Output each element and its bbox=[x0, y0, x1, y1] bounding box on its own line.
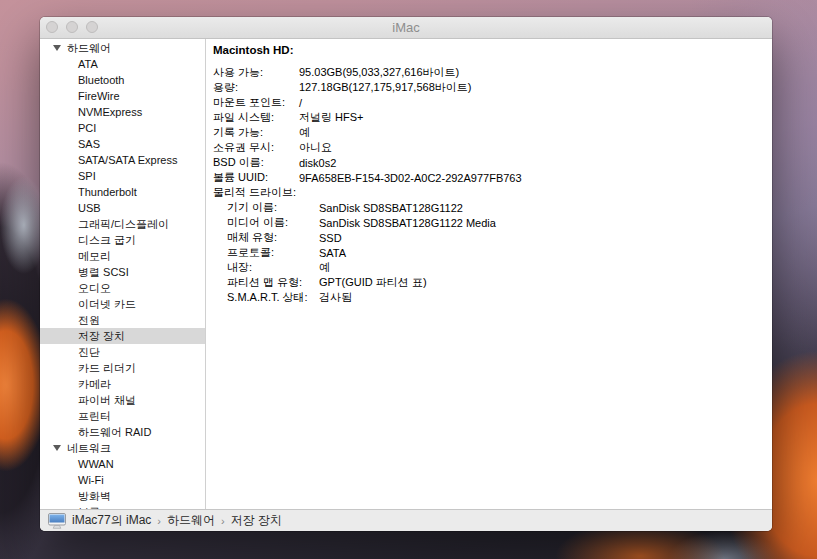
traffic-light-buttons bbox=[46, 21, 98, 33]
sidebar-item-병렬 SCSI[interactable]: 병렬 SCSI bbox=[40, 264, 205, 280]
volume-title: Macintosh HD: bbox=[213, 44, 772, 58]
detail-label: 마운트 포인트: bbox=[213, 95, 299, 110]
detail-row: 물리적 드라이브: bbox=[213, 185, 772, 200]
detail-value: disk0s2 bbox=[299, 157, 336, 169]
sidebar-item-WWAN[interactable]: WWAN bbox=[40, 456, 205, 472]
sidebar-item-label: 진단 bbox=[78, 345, 100, 360]
sidebar-item-카드 리더기[interactable]: 카드 리더기 bbox=[40, 360, 205, 376]
close-button[interactable] bbox=[46, 21, 58, 33]
sidebar-item-label: 파이버 채널 bbox=[78, 393, 136, 408]
detail-rows: 사용 가능: 95.03GB(95,033,327,616바이트) 용량: 12… bbox=[213, 65, 772, 305]
sidebar-item-label: 방화벽 bbox=[78, 489, 111, 504]
detail-value: 9FA658EB-F154-3D02-A0C2-292A977FB763 bbox=[299, 172, 522, 184]
detail-row: 파티션 맵 유형: GPT(GUID 파티션 표) bbox=[227, 275, 772, 290]
minimize-button[interactable] bbox=[66, 21, 78, 33]
status-bar: iMac77의 iMac›하드웨어›저장 장치 bbox=[40, 509, 772, 531]
detail-label: 기록 가능: bbox=[213, 125, 299, 140]
window-title: iMac bbox=[392, 20, 419, 35]
sidebar-item-label: 디스크 굽기 bbox=[78, 233, 136, 248]
sidebar[interactable]: 하드웨어 ATA Bluetooth FireWire NVMExpress P… bbox=[40, 39, 206, 509]
sidebar-item-Wi-Fi[interactable]: Wi-Fi bbox=[40, 472, 205, 488]
sidebar-item-ATA[interactable]: ATA bbox=[40, 56, 205, 72]
sidebar-item-PCI[interactable]: PCI bbox=[40, 120, 205, 136]
window-titlebar[interactable]: iMac bbox=[40, 17, 772, 39]
breadcrumb-item: 하드웨어 bbox=[167, 512, 215, 529]
detail-value: SanDisk SD8SBAT128G1122 Media bbox=[319, 217, 496, 229]
detail-value: 아니요 bbox=[299, 140, 332, 155]
detail-label: 기기 이름: bbox=[227, 200, 319, 215]
breadcrumb: iMac77의 iMac›하드웨어›저장 장치 bbox=[72, 512, 282, 529]
detail-value: 저널링 HFS+ bbox=[299, 110, 363, 125]
sidebar-item-label: Bluetooth bbox=[78, 74, 124, 86]
sidebar-item-전원[interactable]: 전원 bbox=[40, 312, 205, 328]
sidebar-group-네트워크[interactable]: 네트워크 bbox=[40, 440, 205, 456]
sidebar-item-label: Wi-Fi bbox=[78, 474, 104, 486]
sidebar-item-label: 오디오 bbox=[78, 281, 111, 296]
detail-label: 매체 유형: bbox=[227, 230, 319, 245]
detail-label: 내장: bbox=[227, 260, 319, 275]
sidebar-item-label: 카메라 bbox=[78, 377, 111, 392]
detail-label: 미디어 이름: bbox=[227, 215, 319, 230]
detail-value: GPT(GUID 파티션 표) bbox=[319, 275, 427, 290]
sidebar-item-이더넷 카드[interactable]: 이더넷 카드 bbox=[40, 296, 205, 312]
sidebar-item-label: PCI bbox=[78, 122, 96, 134]
sidebar-item-SAS[interactable]: SAS bbox=[40, 136, 205, 152]
window-body: 하드웨어 ATA Bluetooth FireWire NVMExpress P… bbox=[40, 39, 772, 509]
imac-icon bbox=[48, 513, 66, 529]
sidebar-item-label: 메모리 bbox=[78, 249, 111, 264]
sidebar-item-label: 전원 bbox=[78, 313, 100, 328]
sidebar-group-하드웨어[interactable]: 하드웨어 bbox=[40, 40, 205, 56]
detail-label: 용량: bbox=[213, 80, 299, 95]
detail-value: SATA bbox=[319, 247, 346, 259]
content-pane[interactable]: Macintosh HD: 사용 가능: 95.03GB(95,033,327,… bbox=[206, 39, 772, 509]
sidebar-item-SPI[interactable]: SPI bbox=[40, 168, 205, 184]
sidebar-item-label: Thunderbolt bbox=[78, 186, 137, 198]
breadcrumb-separator: › bbox=[221, 515, 225, 527]
breadcrumb-separator: › bbox=[157, 515, 161, 527]
zoom-button[interactable] bbox=[86, 21, 98, 33]
detail-row: S.M.A.R.T. 상태: 검사됨 bbox=[227, 290, 772, 305]
sidebar-item-프린터[interactable]: 프린터 bbox=[40, 408, 205, 424]
sidebar-item-메모리[interactable]: 메모리 bbox=[40, 248, 205, 264]
sidebar-item-디스크 굽기[interactable]: 디스크 굽기 bbox=[40, 232, 205, 248]
sidebar-item-파이버 채널[interactable]: 파이버 채널 bbox=[40, 392, 205, 408]
sidebar-item-Bluetooth[interactable]: Bluetooth bbox=[40, 72, 205, 88]
sidebar-item-오디오[interactable]: 오디오 bbox=[40, 280, 205, 296]
sidebar-item-USB[interactable]: USB bbox=[40, 200, 205, 216]
sidebar-item-FireWire[interactable]: FireWire bbox=[40, 88, 205, 104]
detail-value: SSD bbox=[319, 232, 342, 244]
detail-label: 프로토콜: bbox=[227, 245, 319, 260]
detail-label: 소유권 무시: bbox=[213, 140, 299, 155]
sidebar-item-label: WWAN bbox=[78, 458, 114, 470]
sidebar-item-label: 그래픽/디스플레이 bbox=[78, 217, 169, 232]
detail-value: 127.18GB(127,175,917,568바이트) bbox=[299, 80, 471, 95]
disclosure-triangle-icon bbox=[53, 45, 61, 51]
sidebar-item-그래픽/디스플레이[interactable]: 그래픽/디스플레이 bbox=[40, 216, 205, 232]
sidebar-item-label: FireWire bbox=[78, 90, 120, 102]
sidebar-list: 하드웨어 ATA Bluetooth FireWire NVMExpress P… bbox=[40, 40, 205, 509]
sidebar-item-label: 저장 장치 bbox=[78, 329, 125, 344]
sidebar-item-Thunderbolt[interactable]: Thunderbolt bbox=[40, 184, 205, 200]
detail-row: 파일 시스템: 저널링 HFS+ bbox=[213, 110, 772, 125]
sidebar-item-SATA/SATA Express[interactable]: SATA/SATA Express bbox=[40, 152, 205, 168]
sidebar-item-NVMExpress[interactable]: NVMExpress bbox=[40, 104, 205, 120]
detail-label: 파티션 맵 유형: bbox=[227, 275, 319, 290]
detail-row: 기록 가능: 예 bbox=[213, 125, 772, 140]
detail-row: BSD 이름: disk0s2 bbox=[213, 155, 772, 170]
sidebar-item-진단[interactable]: 진단 bbox=[40, 344, 205, 360]
sidebar-item-label: SATA/SATA Express bbox=[78, 154, 177, 166]
detail-label: 볼륨 UUID: bbox=[213, 170, 299, 185]
sidebar-item-카메라[interactable]: 카메라 bbox=[40, 376, 205, 392]
detail-row: 소유권 무시: 아니요 bbox=[213, 140, 772, 155]
detail-row: 사용 가능: 95.03GB(95,033,327,616바이트) bbox=[213, 65, 772, 80]
sidebar-item-하드웨어 RAID[interactable]: 하드웨어 RAID bbox=[40, 424, 205, 440]
detail-value: 예 bbox=[299, 125, 310, 140]
detail-row: 프로토콜: SATA bbox=[227, 245, 772, 260]
detail-value: 검사됨 bbox=[319, 290, 352, 305]
sidebar-item-label: ATA bbox=[78, 58, 98, 70]
sidebar-item-label: 하드웨어 bbox=[67, 41, 111, 56]
sidebar-item-label: 프린터 bbox=[78, 409, 111, 424]
sidebar-item-저장 장치[interactable]: 저장 장치 bbox=[40, 328, 205, 344]
sidebar-item-방화벽[interactable]: 방화벽 bbox=[40, 488, 205, 504]
detail-row: 매체 유형: SSD bbox=[227, 230, 772, 245]
